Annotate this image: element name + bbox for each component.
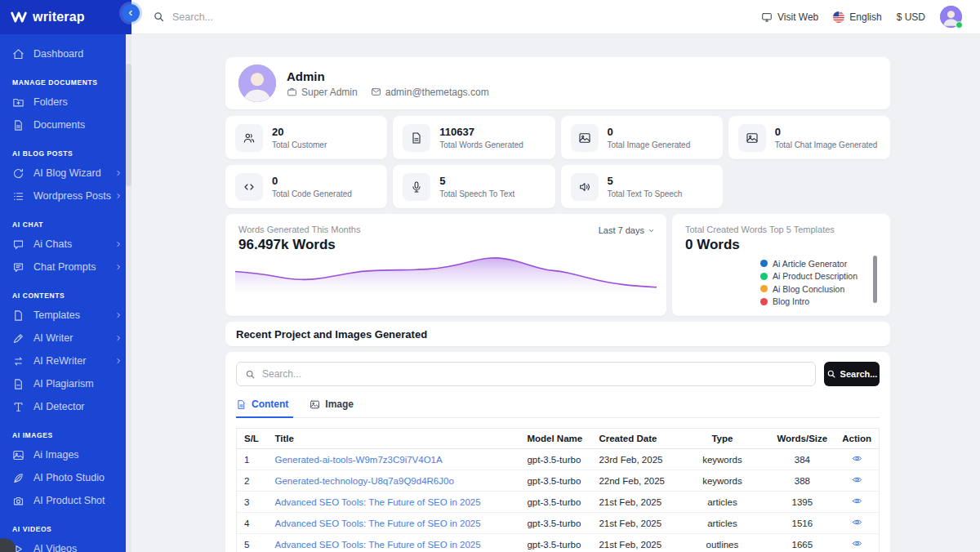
sidebar-item-label: AI Product Shot [33,495,105,506]
user-avatar[interactable] [940,6,962,28]
project-title-link[interactable]: Advanced SEO Tools: The Future of SEO in… [275,497,481,507]
sidebar-collapse-button[interactable] [122,4,140,22]
sidebar-section-ai-contents: AI CONTENTS [12,292,131,300]
legend-dot [760,260,768,267]
cell-sl: 4 [237,513,268,534]
visit-web-label: Visit Web [777,11,818,23]
sidebar-item-label: AI Writer [33,332,73,344]
sidebar-item-ai-chats[interactable]: Ai Chats [0,233,131,256]
project-title-link[interactable]: Advanced SEO Tools: The Future of SEO in… [275,519,481,528]
sidebar-item-label: Chat Prompts [33,261,96,273]
legend-item-ai-product-description[interactable]: Ai Product Description [760,270,858,283]
cell-words: 388 [769,470,835,492]
view-button[interactable] [852,474,862,485]
legend-item-ai-blog-conclusion[interactable]: Ai Blog Conclusion [760,283,858,296]
sidebar-item-ai-photo-studio[interactable]: AI Photo Studio [0,466,131,489]
writerap-logo-icon [11,11,27,24]
cell-model: gpt-3.5-turbo [519,470,591,492]
table-row: 1Generated-ai-tools-W9m7z3C9i7V4O1Agpt-3… [237,449,880,470]
tab-content[interactable]: Content [236,398,288,417]
table-row: 5Advanced SEO Tools: The Future of SEO i… [237,534,880,552]
legend-label: Ai Article Generator [773,259,847,269]
briefcase-icon [287,87,297,97]
project-title-link[interactable]: Advanced SEO Tools: The Future of SEO in… [275,540,481,550]
cell-action [835,470,879,492]
sidebar-item-documents[interactable]: Documents [0,114,131,136]
cell-title: Advanced SEO Tools: The Future of SEO in… [268,513,520,534]
search-icon [245,369,256,380]
sidebar-section-ai-blog-posts: AI BLOG POSTS [12,149,131,158]
currency-selector[interactable]: $ USD [897,11,925,23]
legend-item-blog-intro[interactable]: Blog Intro [760,296,858,309]
stat-value: 0 [775,126,878,138]
logo[interactable]: writerap [0,0,131,34]
tab-label: Content [252,398,288,410]
cell-type: articles [675,492,769,513]
topbar: Visit Web English $ USD [131,0,980,34]
tab-image[interactable]: Image [310,398,354,417]
table-search-button[interactable]: Search... [824,362,880,386]
cell-sl: 1 [237,449,268,470]
column-header-created-date: Created Date [591,429,675,449]
search-icon [153,11,165,23]
templates-chart-title: Total Created Words Top 5 Templates [685,225,877,234]
stat-card-total-image-generated: 0 Total Image Generated [561,116,723,159]
sidebar-item-label: Folders [33,96,68,108]
sidebar-item-ai-product-shot[interactable]: AI Product Shot [0,489,131,512]
sidebar-item-ai-videos[interactable]: AI Videos [0,537,131,552]
legend-item-ai-article-generator[interactable]: Ai Article Generator [760,257,858,270]
sidebar-item-ai-writer[interactable]: AI Writer [0,327,131,349]
sidebar-section-manage-documents: MANAGE DOCUMENTS [12,78,131,87]
project-title-link[interactable]: Generated-technology-U8q7a9Q9d4R6J0o [275,476,454,486]
visit-web-link[interactable]: Visit Web [761,11,818,23]
sidebar-item-ai-detector[interactable]: AI Detector [0,395,131,418]
sidebar-item-templates[interactable]: Templates [0,304,131,327]
admin-email: admin@themetags.com [371,87,489,98]
sidebar-item-ai-blog-wizard[interactable]: AI Blog Wizard [0,162,131,185]
topbar-search [153,11,761,23]
cell-date: 22nd Feb, 2025 [591,470,675,492]
column-header-title: Title [268,429,520,449]
stats-grid: 20 Total Customer 110637 Total Words Gen… [225,116,890,208]
sidebar-item-ai-rewriter[interactable]: AI ReWriter [0,349,131,372]
sidebar-item-folders[interactable]: Folders [0,91,131,114]
sidebar-item-ai-images[interactable]: Ai Images [0,443,131,466]
sidebar-item-ai-plagiarism[interactable]: AI Plagiarism [0,372,131,395]
sidebar-item-wordpress-posts[interactable]: Wordpress Posts [0,185,131,207]
type-icon [12,401,24,413]
column-header-model-name: Model Name [519,429,591,449]
topbar-actions: Visit Web English $ USD [761,6,962,28]
sidebar-item-chat-prompts[interactable]: Chat Prompts [0,256,131,278]
language-selector[interactable]: English [833,11,881,23]
legend-dot [760,298,768,305]
cell-type: keywords [675,470,769,492]
chevron-right-icon [114,262,122,274]
project-title-link[interactable]: Generated-ai-tools-W9m7z3C9i7V4O1A [275,455,443,465]
legend-scrollbar[interactable] [873,256,877,303]
stat-label: Total Text To Speech [608,189,683,198]
view-button[interactable] [852,517,862,528]
monitor-icon [761,11,773,23]
cell-type: outlines [675,534,769,552]
users-icon [235,124,263,152]
stat-card-total-code-generated: 0 Total Code Generated [225,165,387,208]
cell-words: 384 [769,449,835,470]
range-dropdown[interactable]: Last 7 days [599,225,655,235]
view-button[interactable] [852,453,862,464]
view-button[interactable] [852,496,862,506]
column-header-words-size: Words/Size [769,429,835,449]
cell-model: gpt-3.5-turbo [519,492,591,513]
view-button[interactable] [852,538,862,549]
table-search-input[interactable] [262,368,807,380]
chevron-right-icon [114,168,122,180]
stat-card-total-words-generated: 110637 Total Words Generated [393,116,555,159]
sidebar-item-dashboard[interactable]: Dashboard [0,42,131,65]
sidebar-scrollbar[interactable] [126,34,131,552]
us-flag-icon [833,11,844,23]
global-search-input[interactable] [172,11,417,23]
sidebar-item-label: AI Detector [33,401,85,412]
cell-date: 23rd Feb, 2025 [591,449,675,470]
chevron-down-icon [648,227,655,234]
chart-legend: Ai Article Generator Ai Product Descript… [760,257,858,308]
table-row: 4Advanced SEO Tools: The Future of SEO i… [237,513,880,534]
